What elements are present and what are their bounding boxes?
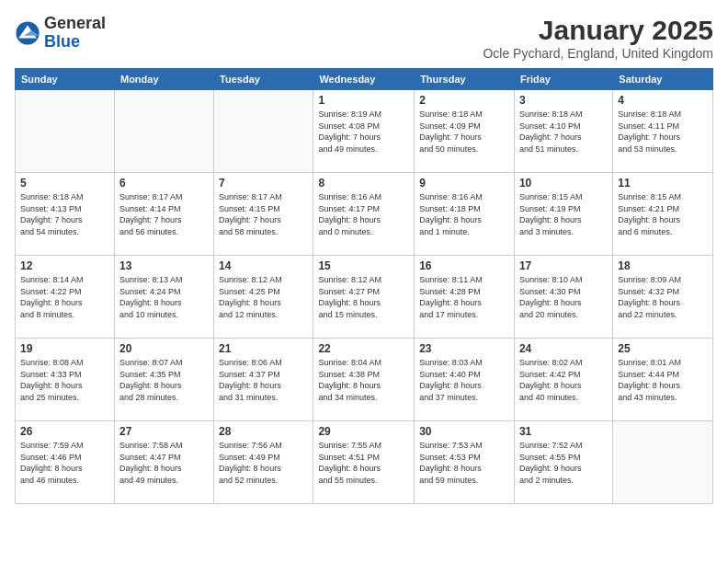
day-info: Sunrise: 8:11 AM Sunset: 4:28 PM Dayligh… [419,274,509,320]
calendar-cell: 4Sunrise: 8:18 AM Sunset: 4:11 PM Daylig… [613,90,713,173]
day-info: Sunrise: 8:17 AM Sunset: 4:15 PM Dayligh… [219,191,308,237]
day-number: 29 [318,425,409,438]
calendar-cell: 24Sunrise: 8:02 AM Sunset: 4:42 PM Dayli… [514,339,612,421]
weekday-header-friday: Friday [514,69,612,90]
calendar-cell: 17Sunrise: 8:10 AM Sunset: 4:30 PM Dayli… [514,256,612,339]
calendar-cell [114,90,213,173]
day-number: 23 [419,342,509,355]
day-number: 27 [119,425,209,438]
day-number: 30 [419,425,509,438]
day-number: 5 [20,177,109,190]
day-number: 9 [419,177,509,190]
day-info: Sunrise: 8:13 AM Sunset: 4:24 PM Dayligh… [119,274,209,320]
weekday-header-tuesday: Tuesday [214,69,313,90]
day-number: 24 [519,342,608,355]
calendar-week-1: 1Sunrise: 8:19 AM Sunset: 4:08 PM Daylig… [16,90,713,173]
calendar-cell: 5Sunrise: 8:18 AM Sunset: 4:13 PM Daylig… [16,173,115,256]
day-number: 18 [618,259,708,272]
day-info: Sunrise: 8:04 AM Sunset: 4:38 PM Dayligh… [318,357,409,403]
page-header: General Blue January 2025 Ocle Pychard, … [15,15,713,61]
day-info: Sunrise: 7:56 AM Sunset: 4:49 PM Dayligh… [219,440,308,486]
day-info: Sunrise: 8:09 AM Sunset: 4:32 PM Dayligh… [618,274,708,320]
calendar-cell: 21Sunrise: 8:06 AM Sunset: 4:37 PM Dayli… [214,339,313,421]
day-number: 21 [219,342,308,355]
day-info: Sunrise: 7:52 AM Sunset: 4:55 PM Dayligh… [519,440,608,486]
day-info: Sunrise: 8:17 AM Sunset: 4:14 PM Dayligh… [119,191,209,237]
calendar-cell: 31Sunrise: 7:52 AM Sunset: 4:55 PM Dayli… [514,421,612,504]
calendar-cell: 9Sunrise: 8:16 AM Sunset: 4:18 PM Daylig… [415,173,515,256]
day-info: Sunrise: 7:55 AM Sunset: 4:51 PM Dayligh… [318,440,409,486]
calendar-cell [214,90,313,173]
day-number: 31 [519,425,608,438]
calendar-cell [16,90,115,173]
day-info: Sunrise: 8:18 AM Sunset: 4:09 PM Dayligh… [419,109,509,155]
day-number: 16 [419,259,509,272]
calendar-cell: 29Sunrise: 7:55 AM Sunset: 4:51 PM Dayli… [313,421,415,504]
calendar-cell: 13Sunrise: 8:13 AM Sunset: 4:24 PM Dayli… [114,256,213,339]
day-number: 28 [219,425,308,438]
calendar-cell: 19Sunrise: 8:08 AM Sunset: 4:33 PM Dayli… [16,339,115,421]
day-info: Sunrise: 8:14 AM Sunset: 4:22 PM Dayligh… [20,274,109,320]
logo-blue-text: Blue [44,33,106,52]
day-number: 15 [318,259,409,272]
day-info: Sunrise: 8:18 AM Sunset: 4:11 PM Dayligh… [618,109,708,155]
calendar-cell: 7Sunrise: 8:17 AM Sunset: 4:15 PM Daylig… [214,173,313,256]
day-info: Sunrise: 7:58 AM Sunset: 4:47 PM Dayligh… [119,440,209,486]
calendar-cell: 3Sunrise: 8:18 AM Sunset: 4:10 PM Daylig… [514,90,612,173]
calendar-cell: 22Sunrise: 8:04 AM Sunset: 4:38 PM Dayli… [313,339,415,421]
day-info: Sunrise: 8:06 AM Sunset: 4:37 PM Dayligh… [219,357,308,403]
day-info: Sunrise: 8:16 AM Sunset: 4:18 PM Dayligh… [419,191,509,237]
day-number: 14 [219,259,308,272]
calendar-cell: 18Sunrise: 8:09 AM Sunset: 4:32 PM Dayli… [613,256,713,339]
calendar-cell: 14Sunrise: 8:12 AM Sunset: 4:25 PM Dayli… [214,256,313,339]
day-info: Sunrise: 8:12 AM Sunset: 4:27 PM Dayligh… [318,274,409,320]
day-number: 22 [318,342,409,355]
day-info: Sunrise: 8:19 AM Sunset: 4:08 PM Dayligh… [318,109,409,155]
weekday-header-thursday: Thursday [415,69,515,90]
location-subtitle: Ocle Pychard, England, United Kingdom [483,46,713,61]
day-number: 20 [119,342,209,355]
weekday-header-saturday: Saturday [613,69,713,90]
month-title: January 2025 [483,15,713,46]
day-number: 11 [618,177,708,190]
day-number: 25 [618,342,708,355]
calendar-table: SundayMondayTuesdayWednesdayThursdayFrid… [15,68,713,504]
day-info: Sunrise: 8:15 AM Sunset: 4:21 PM Dayligh… [618,191,708,237]
calendar-cell [613,421,713,504]
day-info: Sunrise: 8:01 AM Sunset: 4:44 PM Dayligh… [618,357,708,403]
day-number: 17 [519,259,608,272]
day-info: Sunrise: 8:03 AM Sunset: 4:40 PM Dayligh… [419,357,509,403]
day-info: Sunrise: 7:53 AM Sunset: 4:53 PM Dayligh… [419,440,509,486]
day-number: 3 [519,94,608,107]
day-info: Sunrise: 8:16 AM Sunset: 4:17 PM Dayligh… [318,191,409,237]
day-number: 12 [20,259,109,272]
logo: General Blue [15,15,106,52]
day-number: 10 [519,177,608,190]
calendar-cell: 8Sunrise: 8:16 AM Sunset: 4:17 PM Daylig… [313,173,415,256]
weekday-header-sunday: Sunday [16,69,115,90]
day-info: Sunrise: 8:10 AM Sunset: 4:30 PM Dayligh… [519,274,608,320]
calendar-cell: 20Sunrise: 8:07 AM Sunset: 4:35 PM Dayli… [114,339,213,421]
day-info: Sunrise: 8:08 AM Sunset: 4:33 PM Dayligh… [20,357,109,403]
calendar-cell: 16Sunrise: 8:11 AM Sunset: 4:28 PM Dayli… [415,256,515,339]
day-info: Sunrise: 8:07 AM Sunset: 4:35 PM Dayligh… [119,357,209,403]
calendar-week-5: 26Sunrise: 7:59 AM Sunset: 4:46 PM Dayli… [16,421,713,504]
calendar-cell: 27Sunrise: 7:58 AM Sunset: 4:47 PM Dayli… [114,421,213,504]
day-info: Sunrise: 8:15 AM Sunset: 4:19 PM Dayligh… [519,191,608,237]
day-number: 26 [20,425,109,438]
calendar-week-2: 5Sunrise: 8:18 AM Sunset: 4:13 PM Daylig… [16,173,713,256]
calendar-cell: 11Sunrise: 8:15 AM Sunset: 4:21 PM Dayli… [613,173,713,256]
day-number: 6 [119,177,209,190]
logo-general-text: General [44,15,106,33]
calendar-cell: 1Sunrise: 8:19 AM Sunset: 4:08 PM Daylig… [313,90,415,173]
day-number: 1 [318,94,409,107]
day-info: Sunrise: 8:18 AM Sunset: 4:13 PM Dayligh… [20,191,109,237]
weekday-header-monday: Monday [114,69,213,90]
weekday-header-row: SundayMondayTuesdayWednesdayThursdayFrid… [16,69,713,90]
day-info: Sunrise: 8:12 AM Sunset: 4:25 PM Dayligh… [219,274,308,320]
calendar-cell: 6Sunrise: 8:17 AM Sunset: 4:14 PM Daylig… [114,173,213,256]
title-block: January 2025 Ocle Pychard, England, Unit… [483,15,713,61]
calendar-cell: 28Sunrise: 7:56 AM Sunset: 4:49 PM Dayli… [214,421,313,504]
day-info: Sunrise: 8:18 AM Sunset: 4:10 PM Dayligh… [519,109,608,155]
logo-icon [15,20,40,46]
